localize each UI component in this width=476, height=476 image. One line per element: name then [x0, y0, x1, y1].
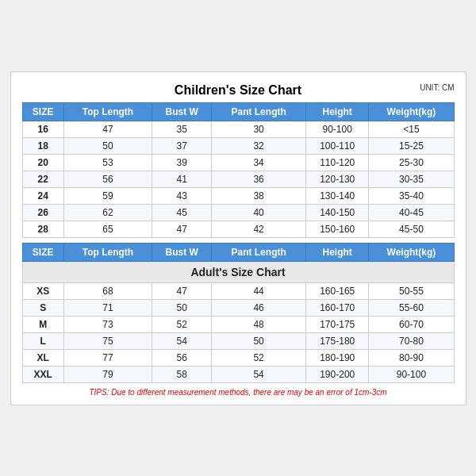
adult-col-header-pant-length: Pant Length: [212, 243, 306, 261]
table-row: 22564136120-13030-35: [22, 171, 454, 187]
table-cell: 60-70: [369, 316, 454, 332]
table-row: 1647353090-100<15: [22, 121, 454, 137]
adult-col-header-weight: Weight(kg): [369, 243, 454, 261]
table-cell: 18: [22, 137, 63, 154]
table-row: 20533934110-12025-30: [22, 154, 454, 171]
table-cell: 130-140: [306, 187, 369, 204]
table-cell: 47: [152, 221, 212, 237]
table-cell: 77: [63, 349, 152, 366]
unit-label: UNIT: CM: [420, 83, 454, 92]
table-row: XL775652180-19080-90: [22, 349, 454, 366]
table-cell: 15-25: [369, 137, 454, 154]
col-header-height: Height: [306, 102, 369, 121]
tips-text: TIPS: Due to different measurement metho…: [22, 388, 455, 397]
table-cell: 30-35: [369, 171, 454, 187]
table-cell: 22: [22, 171, 63, 187]
table-cell: 100-110: [306, 137, 369, 154]
table-cell: 41: [152, 171, 212, 187]
children-size-table: SIZE Top Length Bust W Pant Length Heigh…: [22, 102, 455, 238]
children-header-row: SIZE Top Length Bust W Pant Length Heigh…: [22, 102, 454, 121]
table-cell: 53: [63, 154, 152, 171]
table-cell: 34: [212, 154, 306, 171]
table-row: 18503732100-11015-25: [22, 137, 454, 154]
table-row: 24594338130-14035-40: [22, 187, 454, 204]
table-cell: 71: [63, 299, 152, 316]
table-cell: 120-130: [306, 171, 369, 187]
table-cell: 140-150: [306, 204, 369, 221]
table-cell: 160-165: [306, 282, 369, 299]
table-cell: 56: [152, 349, 212, 366]
table-cell: 79: [63, 366, 152, 382]
table-cell: 190-200: [306, 366, 369, 382]
table-cell: 52: [212, 349, 306, 366]
adults-title-cell: Adult's Size Chart: [22, 261, 454, 282]
table-cell: 50-55: [369, 282, 454, 299]
table-cell: S: [22, 299, 63, 316]
table-cell: 75: [63, 332, 152, 349]
table-cell: 35: [152, 121, 212, 137]
table-row: 28654742150-16045-50: [22, 221, 454, 237]
table-cell: 175-180: [306, 332, 369, 349]
table-cell: 20: [22, 154, 63, 171]
table-cell: 46: [212, 299, 306, 316]
table-cell: 50: [212, 332, 306, 349]
table-row: S715046160-17055-60: [22, 299, 454, 316]
table-cell: 36: [212, 171, 306, 187]
col-header-top-length: Top Length: [63, 102, 152, 121]
table-row: L755450175-18070-80: [22, 332, 454, 349]
table-cell: L: [22, 332, 63, 349]
col-header-bust-w: Bust W: [152, 102, 212, 121]
table-cell: 43: [152, 187, 212, 204]
table-cell: 68: [63, 282, 152, 299]
table-cell: 58: [152, 366, 212, 382]
table-cell: 24: [22, 187, 63, 204]
table-cell: 65: [63, 221, 152, 237]
adults-title-row: Adult's Size Chart: [22, 261, 454, 282]
table-cell: M: [22, 316, 63, 332]
table-cell: 40-45: [369, 204, 454, 221]
table-cell: 50: [152, 299, 212, 316]
table-row: M735248170-17560-70: [22, 316, 454, 332]
title-text: Children's Size Chart: [175, 83, 301, 97]
table-cell: 52: [152, 316, 212, 332]
table-cell: 90-100: [369, 366, 454, 382]
table-cell: 90-100: [306, 121, 369, 137]
table-cell: 38: [212, 187, 306, 204]
table-cell: 180-190: [306, 349, 369, 366]
table-cell: 39: [152, 154, 212, 171]
table-cell: 26: [22, 204, 63, 221]
adult-col-header-top-length: Top Length: [63, 243, 152, 261]
table-cell: XS: [22, 282, 63, 299]
table-cell: 47: [152, 282, 212, 299]
table-cell: 37: [152, 137, 212, 154]
table-cell: 170-175: [306, 316, 369, 332]
table-cell: <15: [369, 121, 454, 137]
table-cell: 70-80: [369, 332, 454, 349]
col-header-pant-length: Pant Length: [212, 102, 306, 121]
table-cell: 35-40: [369, 187, 454, 204]
table-cell: 42: [212, 221, 306, 237]
table-cell: 28: [22, 221, 63, 237]
table-cell: XL: [22, 349, 63, 366]
table-cell: 45: [152, 204, 212, 221]
table-cell: 80-90: [369, 349, 454, 366]
table-cell: 16: [22, 121, 63, 137]
main-title: Children's Size Chart UNIT: CM: [22, 80, 455, 99]
adult-col-header-bust-w: Bust W: [152, 243, 212, 261]
table-cell: 30: [212, 121, 306, 137]
table-cell: 54: [212, 366, 306, 382]
table-row: 26624540140-15040-45: [22, 204, 454, 221]
col-header-size: SIZE: [22, 102, 63, 121]
adult-col-header-height: Height: [306, 243, 369, 261]
table-cell: 50: [63, 137, 152, 154]
table-cell: 47: [63, 121, 152, 137]
table-cell: 59: [63, 187, 152, 204]
table-row: XS684744160-16550-55: [22, 282, 454, 299]
table-cell: 55-60: [369, 299, 454, 316]
chart-container: Children's Size Chart UNIT: CM SIZE Top …: [10, 71, 466, 405]
table-row: XXL795854190-20090-100: [22, 366, 454, 382]
col-header-weight: Weight(kg): [369, 102, 454, 121]
adult-col-header-size: SIZE: [22, 243, 63, 261]
table-cell: 40: [212, 204, 306, 221]
table-cell: 54: [152, 332, 212, 349]
